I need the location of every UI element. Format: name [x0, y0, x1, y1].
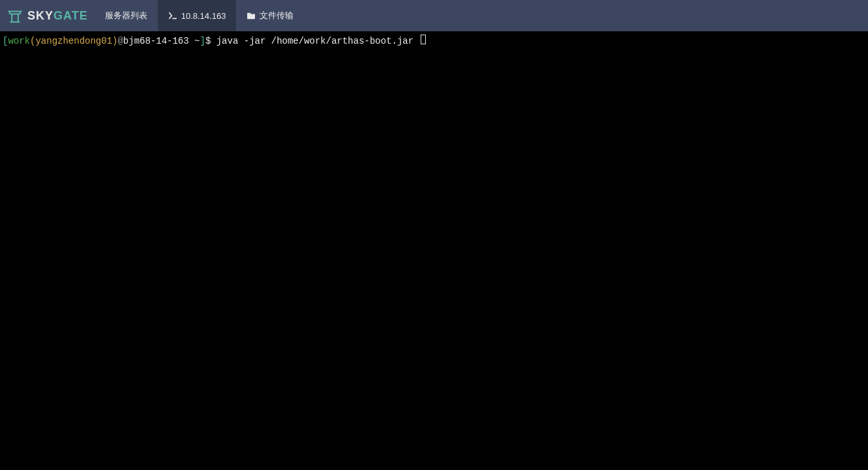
logo-text-part1: SKY — [27, 9, 53, 22]
prompt-dollar: $ — [205, 35, 217, 48]
nav-terminal-tab[interactable]: 10.8.14.163 — [158, 0, 237, 31]
terminal-cursor — [421, 35, 426, 44]
prompt-path: ~ — [189, 35, 200, 48]
logo-text: SKYGATE — [27, 9, 88, 23]
prompt-bracket-open: [ — [3, 35, 8, 48]
prompt-bracket-close: ] — [200, 35, 205, 48]
nav-terminal-label: 10.8.14.163 — [181, 11, 226, 21]
prompt-user1: work — [8, 35, 30, 48]
logo[interactable]: SKYGATE — [0, 0, 95, 31]
logo-icon — [7, 7, 23, 24]
nav-server-list-label: 服务器列表 — [105, 10, 147, 22]
prompt-paren-close: ) — [112, 35, 117, 48]
prompt-user2: yangzhendong01 — [35, 35, 112, 48]
nav-file-transfer-label: 文件传输 — [260, 10, 293, 22]
prompt-paren-open: ( — [30, 35, 35, 48]
prompt-host: bjm68-14-163 — [123, 35, 189, 48]
nav-file-transfer[interactable]: 文件传输 — [236, 0, 304, 31]
terminal-command: java -jar /home/work/arthas-boot.jar — [217, 35, 419, 48]
terminal-icon — [168, 12, 177, 20]
terminal-line: [work(yangzhendong01)@bjm68-14-163 ~]$ j… — [3, 35, 865, 48]
nav-server-list[interactable]: 服务器列表 — [95, 0, 158, 31]
logo-text-part2: GATE — [53, 9, 88, 22]
header-bar: SKYGATE 服务器列表 10.8.14.163 文件传输 — [0, 0, 868, 31]
terminal-area[interactable]: [work(yangzhendong01)@bjm68-14-163 ~]$ j… — [0, 31, 868, 470]
prompt-at: @ — [117, 35, 123, 48]
folder-icon — [247, 12, 256, 20]
